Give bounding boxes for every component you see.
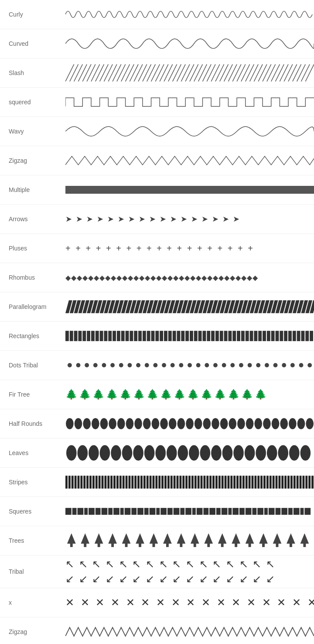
- pattern-label-slash: Slash: [0, 69, 65, 76]
- svg-rect-392: [166, 544, 169, 547]
- svg-rect-371: [276, 508, 281, 515]
- svg-point-237: [133, 445, 143, 460]
- pattern-visual-slash: [65, 62, 314, 84]
- svg-rect-332: [302, 476, 304, 488]
- svg-rect-308: [230, 476, 232, 488]
- svg-point-227: [280, 418, 288, 429]
- svg-rect-342: [102, 508, 108, 515]
- svg-line-24: [168, 64, 177, 81]
- svg-rect-305: [222, 476, 224, 488]
- pattern-label-zigzag2: Zigzag: [0, 628, 65, 635]
- svg-point-197: [273, 363, 278, 367]
- svg-rect-350: [150, 508, 156, 515]
- svg-rect-300: [206, 476, 208, 488]
- svg-rect-331: [300, 476, 302, 488]
- svg-rect-335: [311, 476, 314, 488]
- svg-point-185: [171, 363, 175, 367]
- svg-rect-159: [254, 331, 257, 341]
- svg-rect-143: [185, 331, 189, 341]
- svg-rect-258: [80, 476, 82, 488]
- pattern-label-arrows: Arrows: [0, 216, 65, 223]
- svg-rect-373: [288, 508, 293, 515]
- svg-point-189: [205, 363, 209, 367]
- svg-rect-131: [134, 331, 137, 341]
- svg-line-5: [87, 64, 96, 81]
- svg-line-13: [121, 64, 130, 81]
- svg-rect-158: [250, 331, 253, 341]
- svg-marker-407: [273, 533, 282, 544]
- pattern-visual-half-rounds: [65, 413, 314, 435]
- pattern-label-squeres: Squeres: [0, 508, 65, 515]
- svg-rect-366: [246, 508, 252, 515]
- svg-point-186: [179, 363, 183, 367]
- svg-rect-268: [110, 476, 113, 488]
- svg-rect-257: [78, 476, 80, 488]
- svg-point-191: [222, 363, 226, 367]
- svg-rect-152: [224, 331, 228, 341]
- svg-point-187: [188, 363, 192, 367]
- svg-rect-279: [143, 476, 146, 488]
- svg-rect-289: [174, 476, 176, 488]
- svg-rect-285: [161, 476, 164, 488]
- svg-rect-274: [128, 476, 130, 488]
- svg-rect-410: [290, 544, 292, 547]
- svg-point-177: [102, 363, 106, 367]
- svg-point-207: [109, 418, 116, 429]
- pattern-label-dots-tribal: Dots Tribal: [0, 362, 65, 369]
- svg-rect-265: [102, 476, 104, 488]
- svg-point-224: [254, 418, 262, 429]
- svg-rect-287: [167, 476, 170, 488]
- svg-point-245: [222, 445, 233, 460]
- svg-point-211: [143, 418, 151, 429]
- svg-point-190: [213, 363, 218, 367]
- svg-rect-161: [263, 331, 266, 341]
- svg-rect-261: [89, 476, 92, 488]
- svg-marker-379: [81, 533, 89, 544]
- svg-rect-160: [258, 331, 262, 341]
- svg-rect-115: [65, 331, 69, 341]
- svg-line-3: [78, 64, 87, 81]
- svg-point-225: [263, 418, 271, 429]
- svg-rect-375: [300, 508, 304, 515]
- svg-point-234: [100, 445, 110, 460]
- svg-rect-311: [239, 476, 242, 488]
- pattern-visual-wavy: [65, 120, 314, 142]
- svg-point-178: [110, 363, 115, 367]
- pattern-row-stripes: Stripes: [0, 468, 314, 497]
- svg-point-181: [136, 363, 140, 367]
- svg-rect-369: [264, 508, 268, 515]
- pattern-visual-curly: [65, 3, 314, 25]
- svg-point-193: [239, 363, 243, 367]
- svg-rect-406: [262, 544, 265, 547]
- svg-rect-323: [276, 476, 278, 488]
- svg-rect-132: [138, 331, 142, 341]
- svg-rect-294: [188, 476, 191, 488]
- pattern-visual-arrows: ➤ ➤ ➤ ➤ ➤ ➤ ➤ ➤ ➤ ➤ ➤ ➤ ➤ ➤ ➤ ➤ ➤: [65, 208, 314, 230]
- svg-rect-162: [267, 331, 270, 341]
- svg-rect-121: [91, 331, 95, 341]
- svg-rect-295: [191, 476, 194, 488]
- svg-line-9: [104, 64, 113, 81]
- svg-rect-125: [108, 331, 112, 341]
- svg-line-49: [276, 64, 284, 81]
- svg-rect-165: [280, 331, 283, 341]
- svg-rect-334: [308, 476, 311, 488]
- svg-rect-130: [130, 331, 133, 341]
- svg-rect-367: [252, 508, 256, 515]
- svg-rect-341: [96, 508, 101, 515]
- svg-point-240: [167, 445, 177, 460]
- svg-point-182: [145, 363, 149, 367]
- svg-rect-362: [222, 508, 228, 515]
- svg-point-235: [111, 445, 121, 460]
- svg-rect-254: [68, 476, 71, 488]
- svg-line-29: [190, 64, 198, 81]
- svg-line-51: [284, 64, 293, 81]
- svg-rect-145: [194, 331, 198, 341]
- svg-rect-315: [252, 476, 254, 488]
- svg-rect-150: [215, 331, 219, 341]
- svg-rect-382: [98, 544, 100, 547]
- svg-point-173: [68, 363, 72, 367]
- svg-rect-141: [177, 331, 181, 341]
- pattern-visual-zigzag: [65, 150, 314, 171]
- svg-rect-273: [126, 476, 128, 488]
